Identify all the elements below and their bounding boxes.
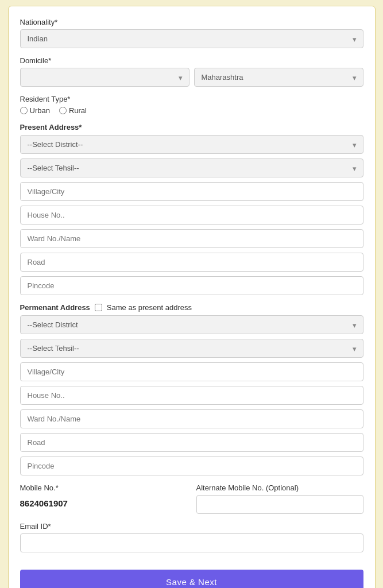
permanent-village-input[interactable] [20,362,363,381]
mobile-value: 8624061907 [20,495,187,512]
rural-radio-label[interactable]: Rural [59,106,87,115]
domicile-group: Domicile* Maharashtra [20,56,363,87]
present-district-wrapper: --Select District-- [20,135,363,154]
resident-type-group: Resident Type* Urban Rural [20,95,363,115]
permanent-address-group: Permenant Address Same as present addres… [20,303,363,475]
present-road-input[interactable] [20,253,363,272]
urban-label: Urban [30,106,50,115]
present-house-input[interactable] [20,206,363,225]
urban-radio[interactable] [20,107,28,114]
email-input[interactable] [20,533,363,552]
same-as-present-label[interactable]: Same as present address [107,303,192,312]
mobile-label: Mobile No.* [20,483,187,492]
save-next-button[interactable]: Save & Next [20,570,363,588]
present-district-select[interactable]: --Select District-- [20,135,363,154]
permanent-ward-input[interactable] [20,409,363,428]
permanent-address-header: Permenant Address Same as present addres… [20,303,363,312]
permanent-pincode-input[interactable] [20,457,363,475]
mobile-row: Mobile No.* 8624061907 Alternate Mobile … [20,483,363,514]
domicile-select-2[interactable]: Maharashtra [194,68,363,87]
domicile-row: Maharashtra [20,68,363,87]
nationality-label: Nationality* [20,18,363,26]
permanent-road-input[interactable] [20,433,363,452]
permanent-tehsil-select[interactable]: --Select Tehsil-- [20,339,363,358]
alt-mobile-label: Alternate Mobile No. (Optional) [196,483,363,492]
mobile-group: Mobile No.* 8624061907 Alternate Mobile … [20,483,363,514]
present-ward-input[interactable] [20,229,363,248]
permanent-tehsil-wrapper: --Select Tehsil-- [20,339,363,358]
alt-mobile-input[interactable] [196,495,363,514]
resident-type-row: Urban Rural [20,106,363,115]
email-group: Email ID* [20,522,363,552]
domicile-select-wrapper-2: Maharashtra [194,68,363,87]
nationality-select[interactable]: Indian [20,29,363,48]
resident-type-label: Resident Type* [20,95,363,103]
same-as-present-checkbox[interactable] [95,304,102,311]
domicile-select-1[interactable] [20,68,189,87]
nationality-group: Nationality* Indian [20,18,363,48]
mobile-field: Mobile No.* 8624061907 [20,483,187,512]
present-address-label: Present Address* [20,123,363,131]
nationality-select-wrapper: Indian [20,29,363,48]
form-container: Nationality* Indian Domicile* Maharashtr… [8,6,376,588]
email-label: Email ID* [20,522,363,531]
permanent-address-label: Permenant Address [20,303,90,312]
alt-mobile-field: Alternate Mobile No. (Optional) [196,483,363,514]
urban-radio-label[interactable]: Urban [20,106,50,115]
present-village-input[interactable] [20,182,363,201]
domicile-label: Domicile* [20,56,363,65]
domicile-select-wrapper-1 [20,68,189,87]
permanent-district-select[interactable]: --Select District [20,315,363,334]
present-tehsil-select[interactable]: --Select Tehsil-- [20,158,363,177]
rural-radio[interactable] [59,107,67,114]
rural-label: Rural [69,106,87,115]
present-tehsil-wrapper: --Select Tehsil-- [20,158,363,177]
permanent-house-input[interactable] [20,386,363,405]
present-pincode-input[interactable] [20,276,363,295]
permanent-district-wrapper: --Select District [20,315,363,334]
present-address-group: Present Address* --Select District-- --S… [20,123,363,295]
